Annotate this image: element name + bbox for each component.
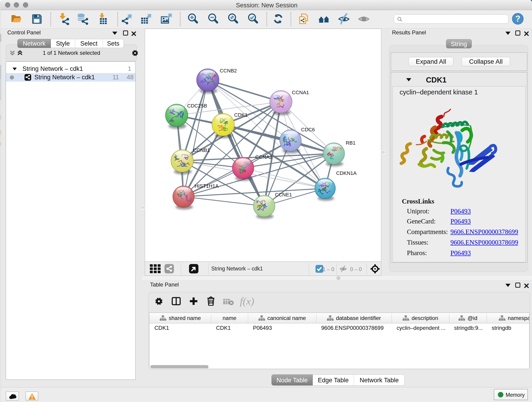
- svg-text:HIST1H1A: HIST1H1A: [195, 183, 219, 189]
- svg-text:CCNB2: CCNB2: [220, 68, 237, 74]
- svg-text:CCNA1: CCNA1: [292, 89, 309, 95]
- svg-text:CDC25B: CDC25B: [187, 103, 207, 109]
- svg-text:CDC6: CDC6: [301, 127, 315, 133]
- svg-text:CDK1: CDK1: [234, 112, 248, 118]
- svg-text:?: ?: [515, 14, 520, 23]
- svg-text:CCNE1: CCNE1: [275, 192, 292, 198]
- svg-text:CDKN1A: CDKN1A: [336, 170, 357, 176]
- svg-text:CCNA2: CCNA2: [255, 154, 272, 160]
- svg-text:CCNB1: CCNB1: [193, 147, 210, 153]
- svg-text:RB1: RB1: [346, 140, 355, 146]
